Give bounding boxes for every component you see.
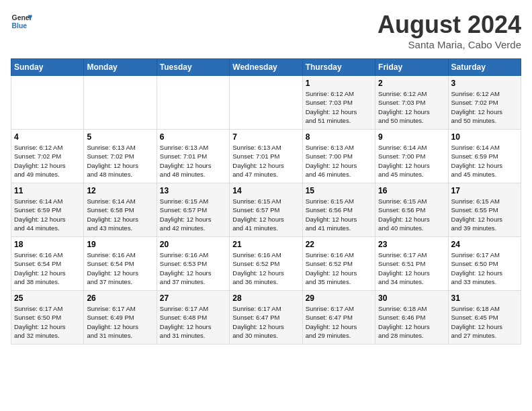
calendar-day-6: 6Sunrise: 6:13 AM Sunset: 7:01 PM Daylig… <box>157 130 229 183</box>
calendar-week-row: 18Sunrise: 6:16 AM Sunset: 6:54 PM Dayli… <box>11 237 521 291</box>
calendar-day-8: 8Sunrise: 6:13 AM Sunset: 7:00 PM Daylig… <box>302 130 375 183</box>
calendar-day-2: 2Sunrise: 6:12 AM Sunset: 7:03 PM Daylig… <box>375 76 448 130</box>
calendar-week-row: 1Sunrise: 6:12 AM Sunset: 7:03 PM Daylig… <box>11 76 521 130</box>
day-number: 24 <box>451 240 518 249</box>
day-info: Sunrise: 6:12 AM Sunset: 7:02 PM Dayligh… <box>14 143 81 179</box>
day-info: Sunrise: 6:12 AM Sunset: 7:03 PM Dayligh… <box>306 89 372 125</box>
calendar-day-31: 31Sunrise: 6:18 AM Sunset: 6:45 PM Dayli… <box>448 291 521 345</box>
day-number: 26 <box>87 293 153 303</box>
day-info: Sunrise: 6:14 AM Sunset: 6:59 PM Dayligh… <box>14 197 81 232</box>
logo: General Blue <box>11 11 32 32</box>
day-number: 11 <box>14 186 81 195</box>
day-number: 7 <box>232 132 299 142</box>
title-block: August 2024 Santa Maria, Cabo Verde <box>378 11 521 50</box>
day-number: 2 <box>378 79 445 88</box>
weekday-header-monday: Monday <box>84 59 157 76</box>
calendar-day-28: 28Sunrise: 6:17 AM Sunset: 6:47 PM Dayli… <box>230 291 302 345</box>
day-info: Sunrise: 6:16 AM Sunset: 6:54 PM Dayligh… <box>87 250 153 286</box>
calendar-day-10: 10Sunrise: 6:14 AM Sunset: 6:59 PM Dayli… <box>448 130 521 183</box>
weekday-header-row: SundayMondayTuesdayWednesdayThursdayFrid… <box>11 59 521 76</box>
location-subtitle: Santa Maria, Cabo Verde <box>378 39 521 50</box>
day-info: Sunrise: 6:14 AM Sunset: 7:00 PM Dayligh… <box>378 143 445 179</box>
day-number: 19 <box>87 240 153 249</box>
day-number: 4 <box>14 132 81 142</box>
day-info: Sunrise: 6:15 AM Sunset: 6:55 PM Dayligh… <box>451 197 518 232</box>
day-number: 23 <box>378 240 445 249</box>
day-info: Sunrise: 6:17 AM Sunset: 6:49 PM Dayligh… <box>87 304 153 340</box>
calendar-day-26: 26Sunrise: 6:17 AM Sunset: 6:49 PM Dayli… <box>84 291 157 345</box>
day-number: 12 <box>87 186 153 195</box>
calendar-day-20: 20Sunrise: 6:16 AM Sunset: 6:53 PM Dayli… <box>157 237 229 291</box>
logo-icon: General Blue <box>11 11 32 32</box>
empty-day <box>11 76 84 130</box>
calendar-day-24: 24Sunrise: 6:17 AM Sunset: 6:50 PM Dayli… <box>448 237 521 291</box>
day-number: 31 <box>451 293 518 303</box>
day-info: Sunrise: 6:13 AM Sunset: 7:01 PM Dayligh… <box>160 143 226 179</box>
calendar-day-1: 1Sunrise: 6:12 AM Sunset: 7:03 PM Daylig… <box>302 76 375 130</box>
day-number: 25 <box>14 293 81 303</box>
day-number: 21 <box>232 240 299 249</box>
calendar-week-row: 11Sunrise: 6:14 AM Sunset: 6:59 PM Dayli… <box>11 183 521 237</box>
day-info: Sunrise: 6:15 AM Sunset: 6:56 PM Dayligh… <box>306 197 372 232</box>
day-info: Sunrise: 6:14 AM Sunset: 6:59 PM Dayligh… <box>451 143 518 179</box>
day-info: Sunrise: 6:13 AM Sunset: 7:01 PM Dayligh… <box>232 143 299 179</box>
calendar-day-25: 25Sunrise: 6:17 AM Sunset: 6:50 PM Dayli… <box>11 291 84 345</box>
calendar-day-30: 30Sunrise: 6:18 AM Sunset: 6:46 PM Dayli… <box>375 291 448 345</box>
weekday-header-thursday: Thursday <box>302 59 375 76</box>
day-info: Sunrise: 6:17 AM Sunset: 6:47 PM Dayligh… <box>232 304 299 340</box>
calendar-day-11: 11Sunrise: 6:14 AM Sunset: 6:59 PM Dayli… <box>11 183 84 237</box>
calendar-day-7: 7Sunrise: 6:13 AM Sunset: 7:01 PM Daylig… <box>230 130 302 183</box>
calendar-week-row: 4Sunrise: 6:12 AM Sunset: 7:02 PM Daylig… <box>11 130 521 183</box>
day-info: Sunrise: 6:14 AM Sunset: 6:58 PM Dayligh… <box>87 197 153 232</box>
calendar-table: SundayMondayTuesdayWednesdayThursdayFrid… <box>11 58 521 345</box>
calendar-day-4: 4Sunrise: 6:12 AM Sunset: 7:02 PM Daylig… <box>11 130 84 183</box>
empty-day <box>84 76 157 130</box>
calendar-day-21: 21Sunrise: 6:16 AM Sunset: 6:52 PM Dayli… <box>230 237 302 291</box>
calendar-day-22: 22Sunrise: 6:16 AM Sunset: 6:52 PM Dayli… <box>302 237 375 291</box>
day-number: 29 <box>306 293 372 303</box>
calendar-day-27: 27Sunrise: 6:17 AM Sunset: 6:48 PM Dayli… <box>157 291 229 345</box>
day-number: 5 <box>87 132 153 142</box>
day-info: Sunrise: 6:13 AM Sunset: 7:02 PM Dayligh… <box>87 143 153 179</box>
page-header: General Blue August 2024 Santa Maria, Ca… <box>11 11 521 50</box>
month-year-title: August 2024 <box>378 11 521 39</box>
weekday-header-friday: Friday <box>375 59 448 76</box>
day-info: Sunrise: 6:15 AM Sunset: 6:57 PM Dayligh… <box>160 197 226 232</box>
calendar-week-row: 25Sunrise: 6:17 AM Sunset: 6:50 PM Dayli… <box>11 291 521 345</box>
day-info: Sunrise: 6:16 AM Sunset: 6:53 PM Dayligh… <box>160 250 226 286</box>
calendar-day-17: 17Sunrise: 6:15 AM Sunset: 6:55 PM Dayli… <box>448 183 521 237</box>
day-number: 3 <box>451 79 518 88</box>
day-number: 6 <box>160 132 226 142</box>
calendar-day-19: 19Sunrise: 6:16 AM Sunset: 6:54 PM Dayli… <box>84 237 157 291</box>
day-number: 8 <box>306 132 372 142</box>
day-number: 18 <box>14 240 81 249</box>
calendar-day-23: 23Sunrise: 6:17 AM Sunset: 6:51 PM Dayli… <box>375 237 448 291</box>
day-number: 14 <box>232 186 299 195</box>
day-info: Sunrise: 6:17 AM Sunset: 6:50 PM Dayligh… <box>451 250 518 286</box>
day-number: 16 <box>378 186 445 195</box>
day-info: Sunrise: 6:17 AM Sunset: 6:50 PM Dayligh… <box>14 304 81 340</box>
day-info: Sunrise: 6:18 AM Sunset: 6:46 PM Dayligh… <box>378 304 445 340</box>
day-number: 1 <box>306 79 372 88</box>
svg-text:Blue: Blue <box>12 22 28 30</box>
calendar-day-9: 9Sunrise: 6:14 AM Sunset: 7:00 PM Daylig… <box>375 130 448 183</box>
day-number: 22 <box>306 240 372 249</box>
day-number: 28 <box>232 293 299 303</box>
day-info: Sunrise: 6:16 AM Sunset: 6:54 PM Dayligh… <box>14 250 81 286</box>
calendar-day-3: 3Sunrise: 6:12 AM Sunset: 7:02 PM Daylig… <box>448 76 521 130</box>
day-number: 13 <box>160 186 226 195</box>
calendar-day-5: 5Sunrise: 6:13 AM Sunset: 7:02 PM Daylig… <box>84 130 157 183</box>
day-info: Sunrise: 6:17 AM Sunset: 6:48 PM Dayligh… <box>160 304 226 340</box>
day-number: 27 <box>160 293 226 303</box>
weekday-header-tuesday: Tuesday <box>157 59 229 76</box>
day-info: Sunrise: 6:15 AM Sunset: 6:56 PM Dayligh… <box>378 197 445 232</box>
day-info: Sunrise: 6:16 AM Sunset: 6:52 PM Dayligh… <box>306 250 372 286</box>
day-number: 17 <box>451 186 518 195</box>
day-info: Sunrise: 6:17 AM Sunset: 6:47 PM Dayligh… <box>306 304 372 340</box>
calendar-day-12: 12Sunrise: 6:14 AM Sunset: 6:58 PM Dayli… <box>84 183 157 237</box>
calendar-day-15: 15Sunrise: 6:15 AM Sunset: 6:56 PM Dayli… <box>302 183 375 237</box>
day-info: Sunrise: 6:15 AM Sunset: 6:57 PM Dayligh… <box>232 197 299 232</box>
calendar-day-16: 16Sunrise: 6:15 AM Sunset: 6:56 PM Dayli… <box>375 183 448 237</box>
day-number: 9 <box>378 132 445 142</box>
day-info: Sunrise: 6:12 AM Sunset: 7:02 PM Dayligh… <box>451 89 518 125</box>
